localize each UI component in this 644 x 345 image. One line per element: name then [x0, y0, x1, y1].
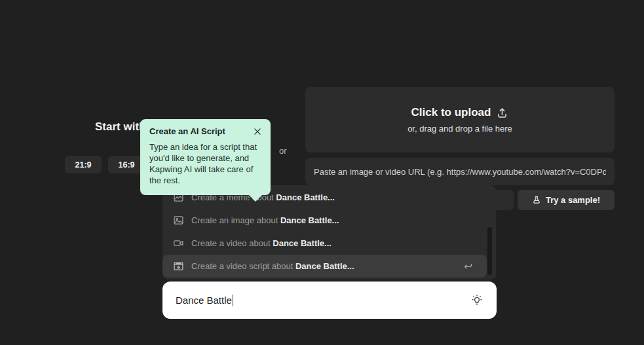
- text-cursor: [233, 295, 234, 306]
- ai-script-tooltip: Create an AI Script Type an idea for a s…: [140, 119, 271, 195]
- ai-prompt-value: Dance Battle: [176, 295, 232, 306]
- image-icon: [173, 215, 184, 226]
- video-script-icon: [173, 261, 184, 272]
- try-sample-button[interactable]: Try a sample!: [518, 190, 615, 210]
- aspect-ratio-16-9-button[interactable]: 16:9: [108, 156, 145, 173]
- ai-prompt-input[interactable]: Dance Battle: [162, 281, 497, 319]
- upload-title: Click to upload: [411, 106, 491, 119]
- tooltip-body: Type an idea for a script that you'd lik…: [149, 142, 261, 187]
- ai-suggestions-dropdown: Create a meme about Dance Battle... Crea…: [162, 185, 496, 280]
- suggestion-create-video[interactable]: Create a video about Dance Battle...: [162, 232, 496, 255]
- or-separator-label: or: [279, 146, 287, 156]
- suggestion-label: Create a video script about Dance Battle…: [191, 261, 354, 271]
- upload-subtitle: or, drag and drop a file here: [407, 124, 512, 134]
- flask-icon: [532, 195, 541, 205]
- suggestion-label: Create a video about Dance Battle...: [191, 238, 331, 248]
- tooltip-tail: [248, 194, 263, 202]
- idea-lightbulb-icon[interactable]: [470, 294, 483, 307]
- return-icon: [463, 261, 473, 272]
- suggestion-create-video-script[interactable]: Create a video script about Dance Battle…: [162, 255, 487, 278]
- close-icon[interactable]: [252, 126, 263, 137]
- try-sample-label: Try a sample!: [546, 195, 600, 205]
- media-url-input[interactable]: [305, 158, 615, 185]
- upload-icon: [496, 107, 508, 119]
- page-title: Start with: [95, 120, 145, 134]
- suggestion-create-image[interactable]: Create an image about Dance Battle...: [162, 209, 496, 232]
- upload-dropzone[interactable]: Click to upload or, drag and drop a file…: [305, 87, 615, 153]
- tooltip-title: Create an AI Script: [149, 126, 261, 136]
- suggestion-label: Create an image about Dance Battle...: [191, 215, 339, 225]
- aspect-ratio-21-9-button[interactable]: 21:9: [65, 156, 102, 173]
- dropdown-scrollbar-thumb[interactable]: [487, 227, 492, 275]
- video-icon: [173, 238, 184, 249]
